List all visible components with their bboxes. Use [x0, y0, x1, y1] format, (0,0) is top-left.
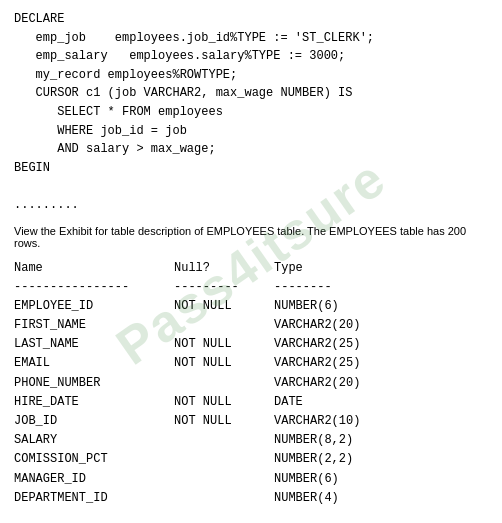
- cell-name: MANAGER_ID: [14, 470, 174, 489]
- cell-name: COMISSION_PCT: [14, 450, 174, 469]
- cell-type: NUMBER(8,2): [274, 431, 353, 450]
- cell-null: [174, 431, 274, 450]
- cell-type: VARCHAR2(25): [274, 354, 360, 373]
- table-row: FIRST_NAMEVARCHAR2(20): [14, 316, 488, 335]
- cell-null: [174, 316, 274, 335]
- divider-name: ----------------: [14, 278, 174, 297]
- divider-type: --------: [274, 278, 332, 297]
- cell-name: JOB_ID: [14, 412, 174, 431]
- cell-type: VARCHAR2(20): [274, 316, 360, 335]
- cell-type: NUMBER(6): [274, 470, 339, 489]
- table-row: EMAILNOT NULLVARCHAR2(25): [14, 354, 488, 373]
- cell-type: VARCHAR2(20): [274, 374, 360, 393]
- cell-name: FIRST_NAME: [14, 316, 174, 335]
- cell-null: NOT NULL: [174, 354, 274, 373]
- cell-type: VARCHAR2(10): [274, 412, 360, 431]
- description-text: View the Exhibit for table description o…: [14, 225, 488, 249]
- cell-null: NOT NULL: [174, 335, 274, 354]
- table-row: PHONE_NUMBERVARCHAR2(20): [14, 374, 488, 393]
- table-row: COMISSION_PCTNUMBER(2,2): [14, 450, 488, 469]
- cell-name: HIRE_DATE: [14, 393, 174, 412]
- cell-null: NOT NULL: [174, 297, 274, 316]
- col-header-name: Name: [14, 259, 174, 278]
- cell-type: NUMBER(6): [274, 297, 339, 316]
- cell-null: NOT NULL: [174, 412, 274, 431]
- table-row: SALARYNUMBER(8,2): [14, 431, 488, 450]
- cell-name: DEPARTMENT_ID: [14, 489, 174, 508]
- table-row: JOB_IDNOT NULLVARCHAR2(10): [14, 412, 488, 431]
- cell-type: NUMBER(2,2): [274, 450, 353, 469]
- cell-null: [174, 450, 274, 469]
- cell-type: VARCHAR2(25): [274, 335, 360, 354]
- cell-null: [174, 489, 274, 508]
- table-row: MANAGER_IDNUMBER(6): [14, 470, 488, 489]
- cell-name: EMPLOYEE_ID: [14, 297, 174, 316]
- cell-null: NOT NULL: [174, 393, 274, 412]
- cell-name: PHONE_NUMBER: [14, 374, 174, 393]
- table-header: Name Null? Type: [14, 259, 488, 278]
- table-divider: ---------------- --------- --------: [14, 278, 488, 297]
- table-row: DEPARTMENT_IDNUMBER(4): [14, 489, 488, 508]
- code-block: DECLARE emp_job employees.job_id%TYPE :=…: [14, 10, 488, 215]
- cell-type: NUMBER(4): [274, 489, 339, 508]
- col-header-type: Type: [274, 259, 303, 278]
- cell-name: EMAIL: [14, 354, 174, 373]
- cell-null: [174, 374, 274, 393]
- cell-name: LAST_NAME: [14, 335, 174, 354]
- cell-name: SALARY: [14, 431, 174, 450]
- divider-null: ---------: [174, 278, 274, 297]
- table-row: LAST_NAMENOT NULLVARCHAR2(25): [14, 335, 488, 354]
- col-header-null: Null?: [174, 259, 274, 278]
- table-row: EMPLOYEE_IDNOT NULLNUMBER(6): [14, 297, 488, 316]
- cell-type: DATE: [274, 393, 303, 412]
- table-row: HIRE_DATENOT NULLDATE: [14, 393, 488, 412]
- table-section: Name Null? Type ---------------- -------…: [14, 259, 488, 508]
- cell-null: [174, 470, 274, 489]
